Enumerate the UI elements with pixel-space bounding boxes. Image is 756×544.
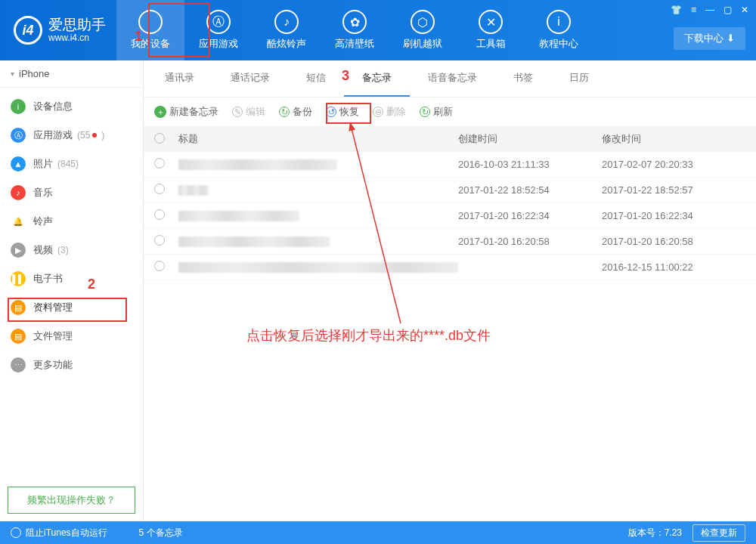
row-title-blurred: [178, 262, 458, 273]
subtab-1[interactable]: 通话记录: [212, 60, 288, 97]
sidebar-icon: Ⓐ: [11, 128, 26, 143]
row-modified: 2016-12-15 11:00:22: [602, 261, 745, 273]
nav-icon-2: ♪: [274, 10, 299, 34]
nav-item-3[interactable]: ✿高清壁纸: [321, 0, 389, 60]
row-created: 2017-01-22 18:52:54: [458, 184, 602, 196]
col-modified[interactable]: 修改时间: [602, 132, 745, 146]
row-created: 2017-01-20 16:20:58: [458, 236, 602, 247]
table-row[interactable]: 2016-10-03 21:11:33 2017-02-07 20:20:33: [144, 152, 756, 178]
row-title-blurred: [178, 236, 330, 247]
sidebar-item-label: 应用游戏: [33, 128, 73, 142]
itunes-toggle-icon[interactable]: [11, 527, 21, 538]
sidebar-icon: ♪: [11, 185, 26, 200]
status-bar: 阻止iTunes自动运行 5 个备忘录 版本号：7.23 检查更新: [0, 521, 756, 544]
check-update-button[interactable]: 检查更新: [692, 524, 745, 542]
nav-item-1[interactable]: Ⓐ应用游戏: [184, 0, 253, 60]
sidebar-icon: ▶: [11, 243, 26, 258]
row-title-blurred: [178, 185, 209, 196]
sidebar-icon: i: [11, 99, 26, 114]
download-center-button[interactable]: 下载中心 ⬇: [674, 27, 745, 50]
row-checkbox[interactable]: [154, 209, 174, 222]
sidebar-item-0[interactable]: i设备信息: [0, 92, 143, 121]
sidebar-item-5[interactable]: ▶视频(3): [0, 236, 143, 264]
nav-item-0[interactable]: 我的设备: [116, 0, 184, 60]
subtab-6[interactable]: 日历: [551, 60, 607, 97]
restore-button[interactable]: ↺恢复: [326, 105, 359, 119]
sidebar-item-label: 文件管理: [33, 329, 73, 343]
close-icon[interactable]: ✕: [741, 5, 748, 15]
row-checkbox[interactable]: [154, 261, 174, 274]
table-row[interactable]: 2016-12-15 11:00:22: [144, 255, 756, 280]
backup-button[interactable]: ↻备份: [279, 105, 312, 119]
nav-item-6[interactable]: i教程中心: [525, 0, 593, 60]
col-title[interactable]: 标题: [174, 132, 458, 146]
row-modified: 2017-01-22 18:52:57: [602, 184, 745, 196]
minimize-icon[interactable]: —: [705, 5, 714, 15]
skin-icon[interactable]: 👕: [671, 5, 682, 15]
new-note-button[interactable]: ＋新建备忘录: [154, 105, 218, 119]
row-checkbox[interactable]: [154, 184, 174, 196]
sidebar-item-9[interactable]: ⋯更多功能: [0, 351, 143, 379]
sidebar-item-4[interactable]: 🔔铃声: [0, 207, 143, 236]
subtab-5[interactable]: 书签: [495, 60, 551, 97]
sidebar-item-7[interactable]: ▤资料管理: [0, 293, 143, 322]
faq-button[interactable]: 频繁出现操作失败？: [8, 487, 135, 514]
status-count: 5 个备忘录: [139, 527, 183, 539]
row-title-blurred: [178, 159, 337, 170]
sidebar-icon: ▌▌: [11, 271, 26, 286]
nav-label: 刷机越狱: [403, 37, 442, 51]
sidebar-item-label: 设备信息: [33, 100, 73, 113]
nav-label: 教程中心: [539, 37, 578, 51]
sidebar-item-2[interactable]: ▲照片(845): [0, 150, 143, 178]
nav-item-5[interactable]: ✕工具箱: [457, 0, 525, 60]
top-nav: 我的设备Ⓐ应用游戏♪酷炫铃声✿高清壁纸⬡刷机越狱✕工具箱i教程中心: [116, 0, 756, 60]
sidebar-icon: ▲: [11, 156, 26, 172]
sidebar-item-label: 视频: [33, 243, 53, 257]
main-panel: 通讯录通话记录短信备忘录语音备忘录书签日历 ＋新建备忘录 ✎编辑 ↻备份 ↺恢复…: [144, 60, 756, 521]
window-controls: 👕 ≡ — ▢ ✕: [671, 5, 748, 15]
edit-button[interactable]: ✎编辑: [232, 105, 265, 119]
maximize-icon[interactable]: ▢: [723, 5, 732, 15]
menu-icon[interactable]: ≡: [691, 5, 696, 15]
header: i4 爱思助手 www.i4.cn 我的设备Ⓐ应用游戏♪酷炫铃声✿高清壁纸⬡刷机…: [0, 0, 756, 60]
nav-item-4[interactable]: ⬡刷机越狱: [389, 0, 457, 60]
subtab-4[interactable]: 语音备忘录: [410, 60, 495, 97]
nav-icon-3: ✿: [342, 10, 367, 34]
sidebar-icon: 🔔: [11, 214, 26, 229]
nav-item-2[interactable]: ♪酷炫铃声: [253, 0, 321, 60]
subtab-3[interactable]: 备忘录: [344, 60, 410, 97]
logo: i4 爱思助手 www.i4.cn: [0, 0, 116, 60]
col-created[interactable]: 创建时间: [458, 132, 602, 146]
sidebar-item-label: 更多功能: [33, 358, 73, 372]
subtab-0[interactable]: 通讯录: [147, 60, 212, 97]
sidebar-item-label: 电子书: [33, 272, 63, 286]
table-header: 标题 创建时间 修改时间: [144, 126, 756, 152]
select-all-checkbox[interactable]: [154, 133, 174, 146]
table-row[interactable]: 2017-01-20 16:20:58 2017-01-20 16:20:58: [144, 229, 756, 255]
sidebar-item-label: 铃声: [33, 215, 53, 228]
delete-button[interactable]: ⊖删除: [373, 105, 406, 119]
nav-icon-5: ✕: [479, 10, 503, 34]
itunes-toggle-label[interactable]: 阻止iTunes自动运行: [26, 527, 107, 539]
sidebar-item-8[interactable]: ▤文件管理: [0, 322, 143, 351]
refresh-button[interactable]: ↻刷新: [420, 105, 453, 119]
version-label: 版本号：7.23: [628, 527, 682, 539]
subtab-2[interactable]: 短信: [288, 60, 344, 97]
table-row[interactable]: 2017-01-20 16:22:34 2017-01-20 16:22:34: [144, 203, 756, 229]
sidebar-item-6[interactable]: ▌▌电子书: [0, 264, 143, 293]
row-title-blurred: [178, 211, 299, 221]
toolbar: ＋新建备忘录 ✎编辑 ↻备份 ↺恢复 ⊖删除 ↻刷新: [144, 97, 756, 126]
table-body: 2016-10-03 21:11:33 2017-02-07 20:20:33 …: [144, 152, 756, 521]
table-row[interactable]: 2017-01-22 18:52:54 2017-01-22 18:52:57: [144, 178, 756, 203]
sidebar-item-3[interactable]: ♪音乐: [0, 178, 143, 207]
nav-icon-0: [138, 10, 163, 34]
nav-icon-1: Ⓐ: [206, 10, 231, 34]
row-checkbox[interactable]: [154, 235, 174, 248]
device-selector[interactable]: iPhone: [0, 60, 143, 88]
row-checkbox[interactable]: [154, 158, 174, 171]
sidebar-item-1[interactable]: Ⓐ应用游戏(55): [0, 121, 143, 150]
row-modified: 2017-01-20 16:20:58: [602, 236, 745, 247]
row-created: 2017-01-20 16:22:34: [458, 210, 602, 221]
nav-icon-6: i: [547, 10, 571, 34]
sidebar-icon: ⋯: [11, 357, 26, 372]
